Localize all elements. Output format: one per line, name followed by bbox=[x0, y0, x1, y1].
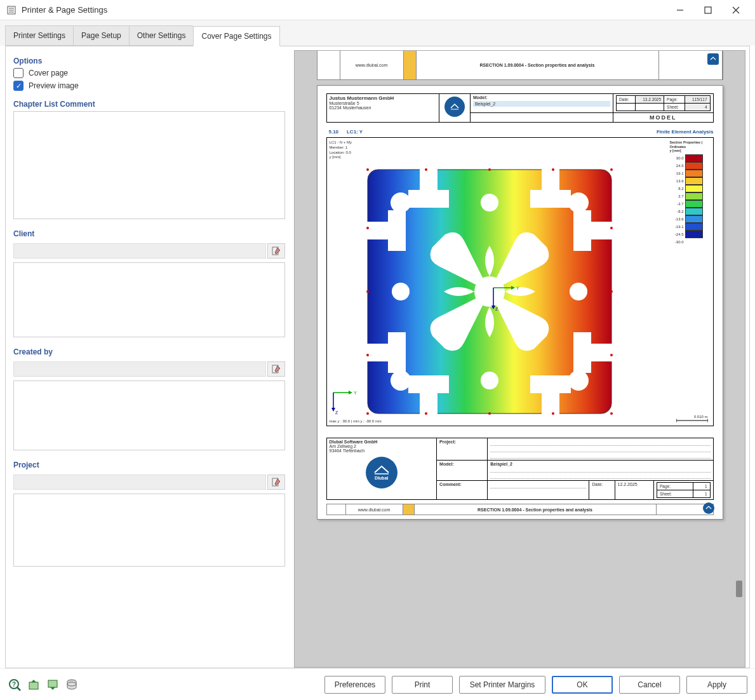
svg-point-27 bbox=[610, 290, 613, 293]
chapter-list-textarea[interactable] bbox=[13, 111, 285, 219]
fea-frame: LC1 - N + My Member: 1 Location: 0.0 y [… bbox=[326, 137, 714, 426]
svg-text:Z: Z bbox=[335, 410, 338, 415]
svg-point-23 bbox=[366, 168, 369, 171]
edit-icon bbox=[272, 246, 281, 255]
maximize-button[interactable] bbox=[694, 1, 722, 20]
print-button[interactable]: Print bbox=[392, 676, 453, 694]
svg-point-26 bbox=[366, 290, 369, 293]
database-icon[interactable] bbox=[65, 678, 79, 692]
tab-page-setup[interactable]: Page Setup bbox=[73, 25, 129, 46]
svg-rect-59 bbox=[48, 680, 57, 687]
window-controls bbox=[666, 1, 750, 20]
preview-scrollbar[interactable] bbox=[735, 51, 744, 667]
tab-cover-page-settings[interactable]: Cover Page Settings bbox=[193, 26, 279, 46]
titlebar: Printer & Page Settings bbox=[0, 0, 755, 20]
apply-button[interactable]: Apply bbox=[686, 676, 747, 694]
svg-point-38 bbox=[610, 354, 613, 356]
svg-point-35 bbox=[366, 227, 369, 229]
axes-main: Y Z bbox=[490, 283, 520, 313]
minimize-button[interactable] bbox=[666, 1, 694, 20]
help-icon[interactable]: ? bbox=[8, 678, 22, 692]
chapter-list-heading: Chapter List Comment bbox=[13, 100, 285, 109]
preview-image-checkbox[interactable]: ✓ bbox=[13, 81, 23, 91]
svg-point-31 bbox=[425, 168, 427, 171]
section-header: 5.10 LC1: Y Finite Element Analysis bbox=[326, 129, 714, 135]
project-name-input[interactable] bbox=[13, 475, 266, 490]
minmax-text: max y : 30.0 | min y : -30.0 mm bbox=[330, 419, 382, 423]
fea-info: LC1 - N + My Member: 1 Location: 0.0 y [… bbox=[330, 140, 352, 160]
footer-block: Dlubal Software GmbH Am Zellweg 2 93464 … bbox=[326, 438, 714, 500]
bottom-bar: ? Preferences Print Set Printer Margins … bbox=[0, 668, 755, 700]
cover-page-label: Cover page bbox=[29, 69, 68, 77]
model-label: Model: bbox=[473, 95, 610, 100]
logo-icon bbox=[707, 53, 719, 65]
logo-icon: Dlubal bbox=[366, 457, 398, 488]
tool-icons: ? bbox=[8, 678, 79, 692]
logo-icon bbox=[703, 502, 714, 514]
section-number: 5.10 bbox=[326, 128, 342, 136]
section-title: LC1: Y bbox=[347, 129, 363, 135]
created-by-heading: Created by bbox=[13, 347, 285, 356]
color-legend: Section Properties | Ordinates y [mm] 30… bbox=[670, 140, 711, 246]
svg-point-33 bbox=[425, 412, 427, 415]
model-title: MODEL bbox=[613, 113, 713, 123]
client-details-textarea[interactable] bbox=[13, 262, 285, 337]
save-defaults-icon[interactable] bbox=[46, 678, 60, 692]
svg-marker-40 bbox=[511, 286, 515, 290]
created-by-name-input[interactable] bbox=[13, 361, 266, 377]
svg-point-37 bbox=[610, 227, 613, 229]
svg-point-34 bbox=[552, 412, 554, 415]
tab-printer-settings[interactable]: Printer Settings bbox=[5, 25, 73, 46]
header-company: Justus Mustermann GmbH bbox=[330, 95, 437, 101]
svg-point-25 bbox=[610, 168, 613, 171]
next-page-header: www.dlubal.com RSECTION 1.09.0004 - Sect… bbox=[326, 504, 714, 515]
analysis-label: Finite Element Analysis bbox=[657, 129, 714, 135]
dialog-buttons: Preferences Print Set Printer Margins OK… bbox=[324, 676, 747, 694]
created-by-details-textarea[interactable] bbox=[13, 380, 285, 450]
svg-text:Y: Y bbox=[354, 391, 357, 395]
app-icon bbox=[5, 4, 18, 17]
page-header-table: Justus Mustermann GmbH Musterstraße 5 01… bbox=[326, 93, 714, 123]
main-area: Options Cover page ✓ Preview image Chapt… bbox=[5, 46, 750, 668]
project-heading: Project bbox=[13, 461, 285, 469]
prev-product: RSECTION 1.09.0004 - Section properties … bbox=[417, 51, 659, 79]
svg-text:?: ? bbox=[12, 681, 16, 688]
preview-prev-page-footer: www.dlubal.com RSECTION 1.09.0004 - Sect… bbox=[317, 51, 723, 80]
client-edit-button[interactable] bbox=[267, 243, 285, 259]
svg-marker-46 bbox=[349, 391, 352, 394]
project-details-textarea[interactable] bbox=[13, 494, 285, 567]
model-value: Beispiel_2 bbox=[473, 101, 610, 107]
header-addr2: 01234 Musterhausen bbox=[330, 105, 437, 110]
svg-point-29 bbox=[488, 412, 491, 415]
header-addr1: Musterstraße 5 bbox=[330, 101, 437, 105]
svg-point-28 bbox=[366, 412, 369, 415]
scale-bar: 0.010 m bbox=[676, 415, 708, 423]
svg-rect-5 bbox=[705, 7, 711, 13]
client-name-input[interactable] bbox=[13, 243, 266, 259]
logo-icon bbox=[444, 97, 465, 117]
close-button[interactable] bbox=[722, 1, 750, 20]
ok-button[interactable]: OK bbox=[552, 676, 613, 694]
edit-icon bbox=[272, 365, 281, 374]
edit-icon bbox=[272, 478, 281, 487]
left-panel: Options Cover page ✓ Preview image Chapt… bbox=[10, 50, 289, 668]
preferences-button[interactable]: Preferences bbox=[324, 676, 385, 694]
svg-point-30 bbox=[610, 412, 613, 415]
svg-text:Z: Z bbox=[495, 307, 498, 311]
svg-point-36 bbox=[366, 354, 369, 356]
cancel-button[interactable]: Cancel bbox=[619, 676, 680, 694]
client-heading: Client bbox=[13, 229, 285, 238]
tab-other-settings[interactable]: Other Settings bbox=[129, 25, 194, 46]
svg-point-32 bbox=[552, 168, 554, 171]
tab-bar: Printer Settings Page Setup Other Settin… bbox=[0, 20, 755, 46]
load-defaults-icon[interactable] bbox=[27, 678, 41, 692]
preview-panel: www.dlubal.com RSECTION 1.09.0004 - Sect… bbox=[294, 50, 745, 668]
window-title: Printer & Page Settings bbox=[22, 5, 666, 15]
svg-point-24 bbox=[488, 168, 491, 171]
cover-page-checkbox[interactable] bbox=[13, 68, 23, 78]
project-edit-button[interactable] bbox=[267, 475, 285, 490]
created-by-edit-button[interactable] bbox=[267, 361, 285, 377]
preview-page: Justus Mustermann GmbH Musterstraße 5 01… bbox=[317, 85, 723, 520]
svg-rect-58 bbox=[29, 682, 38, 689]
set-margins-button[interactable]: Set Printer Margins bbox=[459, 676, 545, 694]
